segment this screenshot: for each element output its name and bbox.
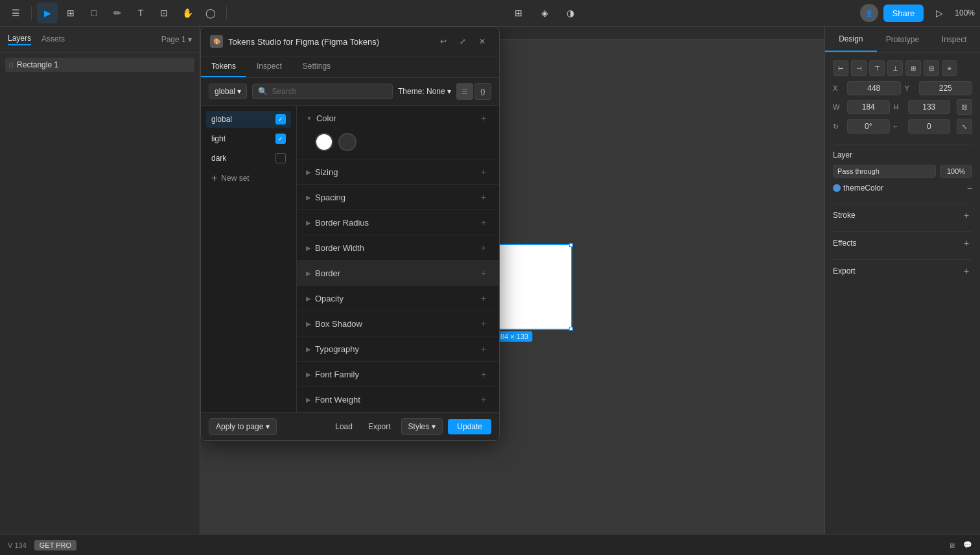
play-button[interactable]: ▷ [929, 3, 950, 23]
font-family-add-button[interactable]: + [477, 368, 490, 381]
settings-tab[interactable]: Settings [292, 56, 341, 77]
border-width-group-header[interactable]: ▶ Border Width + [297, 235, 499, 260]
align-center-v-button[interactable]: ⊞ [905, 60, 921, 76]
text-tool[interactable]: T [130, 3, 151, 23]
list-view-button[interactable]: ☰ [456, 83, 473, 100]
design-tab[interactable]: Design [825, 27, 877, 52]
align-center-h-button[interactable]: ⊣ [851, 60, 867, 76]
color-group-header[interactable]: ▼ Color + [297, 106, 499, 130]
component-tool[interactable]: ⊡ [154, 3, 174, 23]
inspect-tab[interactable]: Inspect [246, 56, 292, 77]
align-bottom-button[interactable]: ⊟ [924, 60, 939, 76]
hand-tool[interactable]: ✋ [177, 3, 198, 23]
theme-color-swatch[interactable] [833, 184, 841, 192]
spacing-chevron-icon: ▶ [306, 194, 311, 201]
new-set-button[interactable]: + New set [206, 169, 291, 187]
grid-view-button[interactable]: {} [474, 83, 491, 100]
box-shadow-group-header[interactable]: ▶ Box Shadow + [297, 311, 499, 336]
comment-tool[interactable]: ◯ [200, 3, 221, 23]
search-input[interactable] [272, 87, 387, 96]
border-group-header[interactable]: ▶ Border + [297, 261, 499, 285]
layers-tab[interactable]: Layers [8, 34, 31, 45]
resize-button[interactable]: ⤡ [957, 119, 972, 134]
expand-button[interactable]: ⤢ [455, 34, 471, 49]
tokens-tab[interactable]: Tokens [201, 56, 246, 77]
color-group-label: Color [316, 113, 477, 123]
typography-add-button[interactable]: + [477, 342, 490, 355]
shape-tool[interactable]: □ [84, 3, 104, 23]
constrain-proportions-button[interactable]: ⛓ [957, 99, 972, 115]
distribute-h-button[interactable]: ≡ [942, 60, 957, 76]
set-dark-check[interactable] [275, 153, 286, 163]
color-add-button[interactable]: + [477, 112, 490, 124]
select-tool[interactable]: ▶ [37, 3, 58, 23]
sizing-group-header[interactable]: ▶ Sizing + [297, 159, 499, 184]
global-set-selector[interactable]: global ▾ [209, 84, 247, 99]
add-stroke-button[interactable]: + [961, 209, 972, 221]
border-width-add-button[interactable]: + [477, 241, 490, 254]
opacity-group-header[interactable]: ▶ Opacity + [297, 286, 499, 311]
align-right-button[interactable]: ⊤ [869, 60, 885, 76]
prototype-tab[interactable]: Prototype [877, 27, 929, 52]
typography-group-header[interactable]: ▶ Typography + [297, 337, 499, 361]
corner-handle-br[interactable] [569, 327, 573, 331]
update-button[interactable]: Update [448, 419, 491, 434]
corner-value[interactable]: 0 [908, 119, 951, 134]
xy-row: X 448 Y 225 [833, 81, 972, 95]
y-value[interactable]: 225 [919, 81, 973, 95]
apply-to-page-button[interactable]: Apply to page ▾ [209, 418, 277, 435]
pen-tool[interactable]: ✏ [107, 3, 128, 23]
load-button[interactable]: Load [330, 419, 358, 434]
h-value[interactable]: 133 [908, 100, 951, 114]
color-swatch-dark[interactable] [338, 133, 356, 151]
color-tool[interactable]: ◈ [534, 3, 555, 23]
add-export-button[interactable]: + [961, 265, 972, 277]
layer-item[interactable]: □ Rectangle 1 [5, 58, 194, 72]
corner-handle-tr[interactable] [569, 243, 573, 247]
font-weight-add-button[interactable]: + [477, 393, 490, 406]
chat-icon[interactable]: 💬 [963, 541, 972, 549]
frame-tool[interactable]: ⊞ [60, 3, 81, 23]
font-weight-group-header[interactable]: ▶ Font Weight + [297, 387, 499, 412]
spacing-add-button[interactable]: + [477, 191, 490, 204]
desktop-icon[interactable]: 🖥 [948, 541, 955, 549]
align-tool[interactable]: ⊞ [508, 3, 529, 23]
border-add-button[interactable]: + [477, 266, 490, 279]
opacity-input[interactable]: 100% [940, 165, 972, 178]
font-family-group-header[interactable]: ▶ Font Family + [297, 362, 499, 386]
undo-button[interactable]: ↩ [436, 34, 451, 49]
x-value[interactable]: 448 [847, 81, 901, 95]
user-avatar: 👤 [860, 4, 878, 22]
inspect-tab[interactable]: Inspect [928, 27, 980, 52]
sizing-add-button[interactable]: + [477, 165, 490, 178]
theme-tool[interactable]: ◑ [560, 3, 581, 23]
blend-mode-selector[interactable]: Pass through [833, 165, 936, 178]
main-menu-button[interactable]: ☰ [5, 3, 26, 23]
styles-button[interactable]: Styles ▾ [401, 418, 443, 435]
theme-selector[interactable]: Theme: None ▾ [398, 87, 451, 96]
set-dark[interactable]: dark [206, 150, 291, 167]
spacing-group-header[interactable]: ▶ Spacing + [297, 185, 499, 209]
add-effect-button[interactable]: + [961, 237, 972, 249]
set-global[interactable]: global ✓ [206, 111, 291, 128]
set-light[interactable]: light ✓ [206, 130, 291, 147]
remove-fill-button[interactable]: − [967, 183, 972, 193]
w-value[interactable]: 184 [847, 100, 890, 114]
export-button[interactable]: Export [363, 419, 396, 434]
border-radius-add-button[interactable]: + [477, 216, 490, 229]
rotation-value[interactable]: 0° [847, 119, 890, 134]
share-button[interactable]: Share [883, 5, 924, 22]
close-button[interactable]: ✕ [474, 34, 490, 49]
set-light-check[interactable]: ✓ [275, 134, 286, 144]
get-pro-button[interactable]: GET PRO [34, 540, 76, 550]
align-left-button[interactable]: ⊢ [833, 60, 848, 76]
align-top-button[interactable]: ⊥ [887, 60, 903, 76]
color-swatch-white[interactable] [315, 133, 333, 151]
box-shadow-add-button[interactable]: + [477, 317, 490, 330]
assets-tab[interactable]: Assets [41, 34, 65, 45]
version-label: V 134 [8, 541, 27, 549]
set-global-check[interactable]: ✓ [275, 114, 286, 124]
border-radius-group-header[interactable]: ▶ Border Radius + [297, 210, 499, 235]
opacity-add-button[interactable]: + [477, 292, 490, 305]
page-selector[interactable]: Page 1 ▾ [161, 35, 192, 44]
